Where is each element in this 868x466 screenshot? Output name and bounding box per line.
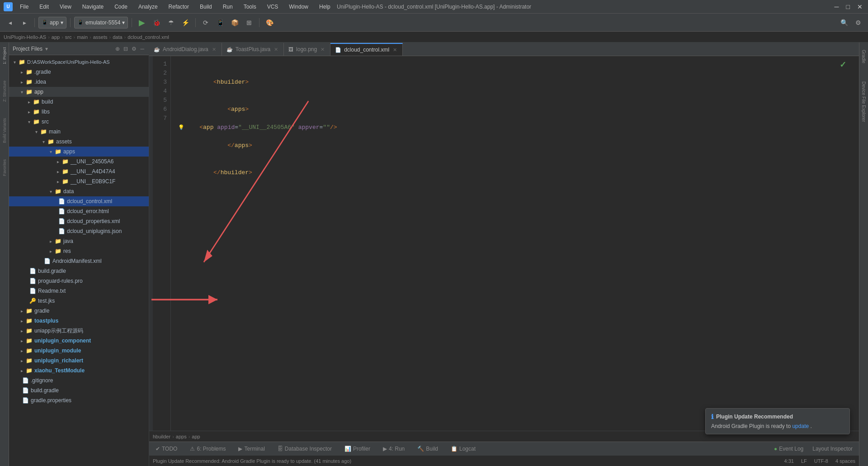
tab-close-button[interactable]: ✕ [211,47,217,52]
project-selector[interactable]: 📱 app ▾ [38,17,66,29]
list-item[interactable]: ▸ 📁 __UNI__24505A6 [9,157,149,166]
list-item[interactable]: 📄 build.gradle [9,266,149,276]
close-button[interactable]: ✕ [855,3,864,10]
list-item[interactable]: 📄 .gitignore [9,376,149,385]
menu-run[interactable]: Run [221,3,235,11]
debug-button[interactable]: 🐞 [150,16,163,29]
build-variants-tab[interactable]: Build Variants [1,115,8,146]
theme-button[interactable]: 🎨 [263,16,276,29]
list-item[interactable]: ▸ 📁 toastplus [9,316,149,326]
device-file-explorer-tab[interactable]: Device File Explorer [860,78,867,125]
tab-close-button-2[interactable]: ✕ [273,47,279,52]
list-item[interactable]: ▸ 📁 gradle [9,306,149,316]
menu-analyze[interactable]: Analyze [137,3,160,11]
run-tab[interactable]: ▶ 4: Run [380,444,407,454]
breadcrumb-item-assets[interactable]: assets [93,34,108,40]
list-item[interactable]: ▾ 📁 main [9,127,149,137]
dcloud-control-xml-item[interactable]: → 📄 dcloud_control.xml [9,196,149,206]
sec-breadcrumb-item[interactable]: hbuilder [153,434,170,439]
breadcrumb-item-project[interactable]: UniPlugin-Hello-AS [4,34,46,40]
tab-android-dialog[interactable]: ☕ AndroidDialog.java ✕ [149,43,222,56]
menu-tools[interactable]: Tools [242,3,258,11]
list-item[interactable]: ▸ 📁 res [9,246,149,256]
dropdown-arrow[interactable]: ▾ [45,46,48,52]
menu-edit[interactable]: Edit [38,3,51,11]
breadcrumb-item-file[interactable]: dcloud_control.xml [127,34,169,40]
tab-close-button-3[interactable]: ✕ [320,47,326,52]
avd-button[interactable]: 📱 [214,16,226,29]
list-item[interactable]: 📄 gradle.properties [9,395,149,405]
tree-root[interactable]: ▾ 📁 D:\ASWorkSpace\UniPlugin-Hello-AS [9,57,149,67]
list-item[interactable]: 📄 dcloud_error.html [9,206,149,216]
locate-icon[interactable]: ⊕ [114,45,121,53]
tab-dcloud-control[interactable]: 📄 dcloud_control.xml ✕ [330,43,403,56]
maximize-button[interactable]: □ [844,3,852,10]
menu-window[interactable]: Window [287,3,310,11]
list-item[interactable]: ▾ 📁 app [9,87,149,97]
list-item[interactable]: ▸ 📁 uniplugin_richalert [9,356,149,366]
build-tab[interactable]: 🔨 Build [415,444,441,454]
menu-navigate[interactable]: Navigate [80,3,105,11]
list-item[interactable]: ▸ 📁 xiaohu_TestModule [9,366,149,376]
breadcrumb-item-app[interactable]: app [52,34,60,40]
list-item[interactable]: ▾ 📁 src [9,117,149,127]
layout-button[interactable]: ⊞ [243,16,255,29]
list-item[interactable]: ▸ 📁 libs [9,107,149,117]
layout-inspector-tab[interactable]: Layout Inspector [810,444,855,454]
settings-button[interactable]: ⚙ [852,16,864,29]
breadcrumb-item-data[interactable]: data [113,34,122,40]
menu-help[interactable]: Help [317,3,332,11]
collapse-icon[interactable]: ⊟ [123,45,129,53]
list-item[interactable]: ▸ 📁 uniplugin_module [9,346,149,356]
profiler-tab[interactable]: 📊 Profiler [342,444,373,454]
logcat-tab[interactable]: 📋 Logcat [448,444,478,454]
breadcrumb-item-src[interactable]: src [65,34,72,40]
code-content[interactable]: <hbuilder> <apps> 💡 <app appid="__UNI__2… [171,56,859,431]
terminal-tab[interactable]: ▶ Terminal [236,444,267,454]
sync-button[interactable]: ⟳ [199,16,212,29]
menu-view[interactable]: View [58,3,73,11]
settings-icon[interactable]: ⚙ [131,45,137,53]
list-item[interactable]: ▸ 📁 __UNI__E0B9C1F [9,176,149,186]
coverage-button[interactable]: ☂ [165,16,177,29]
breadcrumb-item-main[interactable]: main [77,34,88,40]
list-item[interactable]: 📄 build.gradle [9,385,149,395]
list-item[interactable]: ▾ 📁 apps [9,147,149,157]
gradle-tab[interactable]: Gradle [860,46,867,67]
close-panel-icon[interactable]: ─ [139,45,145,53]
tab-close-button-4[interactable]: ✕ [392,47,398,53]
menu-build[interactable]: Build [198,3,214,11]
list-item[interactable]: 📄 proguard-rules.pro [9,276,149,286]
minimize-button[interactable]: ─ [833,3,841,10]
structure-tab[interactable]: Z: Structure [1,78,8,105]
run-button[interactable]: ▶ [136,16,148,29]
list-item[interactable]: ▸ 📁 .idea [9,77,149,87]
tab-toastplus[interactable]: ☕ ToastPlus.java ✕ [222,43,284,56]
list-item[interactable]: ▸ 📁 build [9,97,149,107]
menu-refactor[interactable]: Refactor [167,3,191,11]
list-item[interactable]: ▸ 📁 uniplugin_component [9,336,149,346]
list-item[interactable]: ▸ 📁 java [9,236,149,246]
list-item[interactable]: 📄 Readme.txt [9,286,149,296]
event-log-tab[interactable]: ● Event Log [771,444,806,454]
favorites-tab[interactable]: Favorites [1,157,8,179]
list-item[interactable]: 🔑 test.jks [9,296,149,306]
toolbar-forward[interactable]: ▸ [18,16,31,29]
sec-breadcrumb-item-2[interactable]: apps [176,434,187,439]
list-item[interactable]: ▸ 📁 uniapp示例工程源码 [9,326,149,336]
device-selector[interactable]: 📱 emulator-5554 ▾ [74,17,128,29]
project-tab[interactable]: 1: Project [1,44,8,67]
list-item[interactable]: 📄 dcloud_properties.xml [9,216,149,226]
list-item[interactable]: ▾ 📁 data [9,186,149,196]
menu-vcs[interactable]: VCS [265,3,280,11]
problems-tab[interactable]: ⚠ 6: Problems [187,444,228,454]
list-item[interactable]: ▸ 📁 __UNI__A4D47A4 [9,166,149,176]
menu-code[interactable]: Code [113,3,129,11]
toolbar-back[interactable]: ◂ [4,16,16,29]
menu-file[interactable]: File [18,3,30,11]
list-item[interactable]: ▾ 📁 assets [9,137,149,147]
tab-logo[interactable]: 🖼 logo.png ✕ [284,43,330,56]
search-everywhere-button[interactable]: 🔍 [839,16,850,29]
sdk-button[interactable]: 📦 [228,16,241,29]
list-item[interactable]: 📄 AndroidManifest.xml [9,256,149,266]
